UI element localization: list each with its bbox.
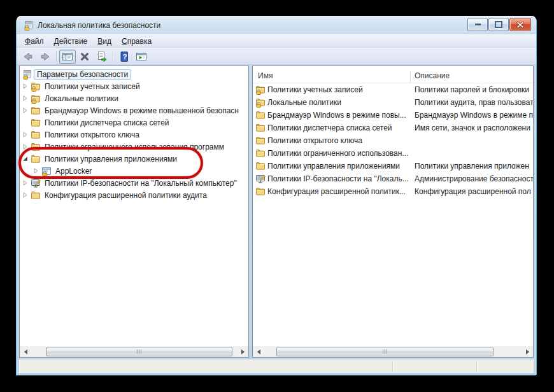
forward-arrow-icon bbox=[39, 51, 51, 62]
scrollbar-track[interactable] bbox=[31, 346, 238, 357]
scroll-right-icon bbox=[241, 349, 247, 354]
show-console-tree-button[interactable] bbox=[59, 50, 76, 64]
applocker-icon bbox=[41, 166, 52, 176]
console-tree: Параметры безопасностиПолитики учетных з… bbox=[20, 66, 248, 201]
tree-horizontal-scrollbar[interactable] bbox=[20, 346, 248, 357]
delete-button[interactable] bbox=[76, 50, 93, 64]
scroll-left-button[interactable] bbox=[253, 346, 264, 357]
tree-expander-collapsed-icon[interactable] bbox=[22, 83, 31, 89]
list-item[interactable]: Политики диспетчера списка сетейИмя сети… bbox=[253, 122, 533, 134]
scrollbar-thumb[interactable] bbox=[276, 347, 494, 356]
maximize-icon bbox=[495, 21, 502, 28]
folder-icon bbox=[31, 142, 41, 152]
list-item-name-cell: Политики IP-безопасности на "Локаль... bbox=[253, 174, 411, 184]
list-item-name: Брандмауэр Windows в режиме повы... bbox=[267, 111, 406, 120]
maximize-button[interactable] bbox=[488, 18, 509, 31]
list-header: ИмяОписание bbox=[253, 66, 533, 83]
scroll-left-button[interactable] bbox=[20, 346, 31, 357]
console-lock-icon bbox=[22, 69, 32, 80]
list-item[interactable]: Политики управления приложениямиПолитики… bbox=[253, 160, 533, 172]
list-horizontal-scrollbar[interactable] bbox=[253, 346, 533, 357]
minimize-button[interactable] bbox=[467, 18, 488, 31]
list-item[interactable]: Политики учетных записейПолитики паролей… bbox=[253, 83, 533, 96]
tree-expander-collapsed-icon[interactable] bbox=[22, 180, 31, 186]
minimize-icon bbox=[475, 24, 481, 25]
scrollbar-grip-icon bbox=[383, 349, 388, 354]
scroll-left-icon bbox=[255, 349, 260, 354]
console-content: Параметры безопасностиПолитики учетных з… bbox=[19, 66, 534, 358]
tree-item[interactable]: Политики диспетчера списка сетей bbox=[20, 116, 248, 129]
list-item-name-cell: Политики ограниченного использован... bbox=[253, 148, 411, 158]
scroll-right-button[interactable] bbox=[522, 346, 533, 357]
list-item[interactable]: Политики IP-безопасности на "Локаль...Ад… bbox=[253, 172, 533, 185]
menu-item-view[interactable]: Вид bbox=[92, 37, 117, 46]
tree-expander-collapsed-icon[interactable] bbox=[33, 168, 41, 174]
tree-expander-collapsed-icon[interactable] bbox=[22, 132, 31, 137]
folder-icon bbox=[255, 110, 266, 120]
menu-item-help[interactable]: Справка bbox=[117, 37, 157, 46]
list-item-name: Конфигурация расширенной политик... bbox=[267, 187, 406, 196]
folder-icon bbox=[255, 161, 266, 171]
tree-item[interactable]: Политики учетных записей bbox=[20, 80, 248, 92]
tree-item-label: Конфигурация расширенной политики аудита bbox=[43, 190, 208, 200]
list-item-description: Политики паролей и блокировки bbox=[411, 85, 533, 94]
tree-expander-expanded-icon[interactable] bbox=[22, 156, 31, 162]
titlebar: Локальная политика безопасности bbox=[17, 16, 536, 34]
tree-item[interactable]: Локальные политики bbox=[20, 92, 248, 104]
close-button[interactable] bbox=[509, 18, 531, 31]
back-button[interactable] bbox=[20, 50, 36, 64]
tree-item[interactable]: Политики открытого ключа bbox=[20, 129, 248, 141]
forward-button[interactable] bbox=[37, 50, 53, 64]
scroll-left-icon bbox=[22, 349, 27, 354]
list-item[interactable]: Конфигурация расширенной политик...Конфи… bbox=[253, 185, 533, 198]
folder-icon bbox=[255, 186, 266, 197]
tree-expander-collapsed-icon[interactable] bbox=[22, 144, 31, 150]
tree-item[interactable]: AppLocker bbox=[20, 165, 248, 177]
tree-item-label: Параметры безопасности bbox=[34, 69, 131, 80]
tree-item-label: Политики ограниченного использования про… bbox=[43, 142, 225, 152]
tree-expander-collapsed-icon[interactable] bbox=[22, 192, 31, 198]
statusbar-divider bbox=[392, 361, 393, 372]
folder-lock-icon bbox=[31, 81, 41, 92]
svg-text:?: ? bbox=[123, 53, 127, 60]
toolbar-separator bbox=[56, 51, 57, 62]
list-item-name-cell: Политики диспетчера списка сетей bbox=[253, 123, 411, 133]
list-item[interactable]: Локальные политикиПолитики аудита, прав … bbox=[253, 96, 533, 109]
list-item-description: Конфигурация расширенной пол bbox=[411, 187, 533, 196]
export-list-icon bbox=[96, 51, 108, 62]
tree-item[interactable]: Политики ограниченного использования про… bbox=[20, 141, 248, 153]
scrollbar-track[interactable] bbox=[264, 346, 522, 357]
folder-lock-icon bbox=[255, 85, 266, 95]
folder-icon bbox=[31, 154, 41, 164]
menu-item-file[interactable]: Файл bbox=[20, 37, 49, 46]
tree-item-label: AppLocker bbox=[54, 166, 93, 176]
tree-item[interactable]: Конфигурация расширенной политики аудита bbox=[20, 189, 248, 201]
folder-icon bbox=[255, 136, 266, 146]
help-book-icon: ? bbox=[118, 51, 130, 62]
menu-item-action[interactable]: Действие bbox=[49, 37, 93, 46]
list-item[interactable]: Политики ограниченного использован... bbox=[253, 147, 533, 160]
toolbar: ? bbox=[17, 48, 536, 65]
tree-expander-collapsed-icon[interactable] bbox=[22, 108, 31, 113]
secpol-console-lock-icon bbox=[24, 20, 34, 31]
list-item[interactable]: Брандмауэр Windows в режиме повы...Бранд… bbox=[253, 109, 533, 122]
tree-item[interactable]: Политики IP-безопасности на "Локальный к… bbox=[20, 177, 248, 189]
new-window-button[interactable] bbox=[133, 50, 150, 64]
scroll-right-button[interactable] bbox=[238, 346, 248, 357]
scrollbar-thumb[interactable] bbox=[46, 347, 232, 356]
tree-expander-collapsed-icon[interactable] bbox=[22, 95, 31, 101]
new-window-icon bbox=[136, 51, 147, 62]
export-list-button[interactable] bbox=[94, 50, 110, 64]
tree-item[interactable]: Политики управления приложениями bbox=[20, 153, 248, 165]
help-button[interactable]: ? bbox=[116, 50, 132, 64]
column-header-name[interactable]: Имя bbox=[253, 71, 411, 83]
statusbar-divider bbox=[476, 361, 477, 372]
folder-icon bbox=[31, 130, 41, 140]
scrollbar-grip-icon bbox=[137, 349, 142, 354]
list-item[interactable]: Политики открытого ключа bbox=[253, 134, 533, 147]
tree-item[interactable]: Брандмауэр Windows в режиме повышенной б… bbox=[20, 104, 248, 116]
tree-item[interactable]: Параметры безопасности bbox=[20, 68, 248, 80]
list-item-name-cell: Брандмауэр Windows в режиме повы... bbox=[253, 110, 411, 120]
column-header-description[interactable]: Описание bbox=[411, 71, 533, 83]
list-rows: Политики учетных записейПолитики паролей… bbox=[253, 83, 533, 198]
